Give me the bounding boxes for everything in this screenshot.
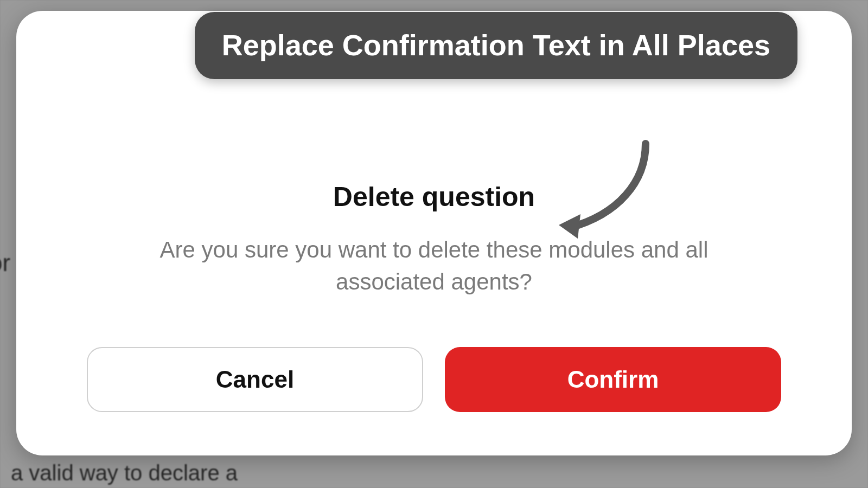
cancel-button[interactable]: Cancel xyxy=(87,347,423,412)
modal-title: Delete question xyxy=(333,181,535,213)
annotation-arrow-icon xyxy=(548,138,667,247)
modal-button-row: Cancel Confirm xyxy=(71,347,797,412)
annotation-callout: Replace Confirmation Text in All Places xyxy=(195,12,797,79)
background-text: a valid way to declare a xyxy=(11,461,868,485)
confirm-button[interactable]: Confirm xyxy=(445,347,781,412)
